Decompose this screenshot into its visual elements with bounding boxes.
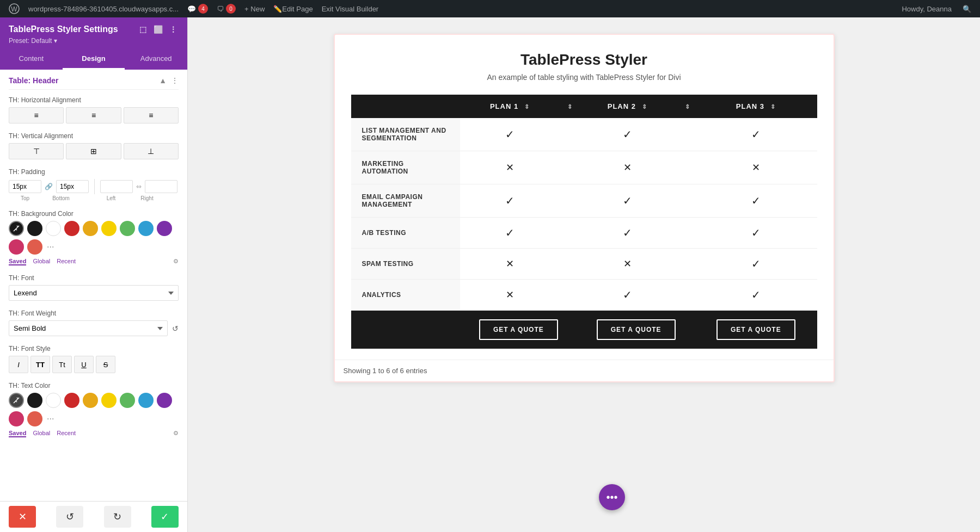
color-swatch-yellow[interactable] [101,221,117,236]
wp-site-url[interactable]: wordpress-784896-3610405.cloudwaysapps.c… [24,0,183,17]
align-left-btn[interactable]: ≡ [9,107,64,123]
sort-icon-plan2[interactable]: ⇕ [642,103,647,110]
th-plan3: PLAN 3 ⇕ [695,95,817,118]
feature-cell: LIST MANAGEMENT AND SEGMENTATION [351,118,460,151]
color-more-btn[interactable]: ··· [47,242,54,252]
section-more-icon[interactable]: ⋮ [171,76,179,85]
plan-cell-4: ✓ [695,218,817,249]
close-button[interactable]: ✕ [9,506,36,528]
wp-edit-page[interactable]: ✏️ Edit Page [269,0,317,17]
color-swatch-salmon[interactable] [27,239,42,255]
text-color-swatch-purple[interactable] [157,393,172,408]
panel-preset[interactable]: Preset: Default ▾ [9,37,179,45]
wp-logo[interactable]: W [4,0,24,17]
text-color-swatch-white[interactable] [46,393,61,408]
valign-bottom-btn[interactable]: ⊥ [124,143,179,159]
cross-icon: ✕ [623,162,632,173]
footer-empty [351,311,460,349]
plan-cell-0: ✕ [460,151,560,184]
wp-bubbles[interactable]: 🗨 0 [212,0,240,17]
footer-plan3-btn-cell: GET A QUOTE [695,311,817,349]
font-weight-reset-btn[interactable]: ↺ [172,324,179,333]
font-style-italic[interactable]: I [9,356,28,373]
color-swatch-white[interactable] [46,221,61,236]
font-style-strikethrough[interactable]: S [96,356,115,373]
wp-user[interactable]: Howdy, Deanna [897,0,956,17]
section-header-icons: ▲ ⋮ [159,76,179,85]
table-card: TablePress Styler An example of table st… [334,34,835,382]
th-horizontal-alignment-buttons: ≡ ≡ ≡ [9,107,179,123]
color-swatch-pink[interactable] [9,239,24,255]
padding-link-icon[interactable]: 🔗 [45,183,53,190]
wp-comments[interactable]: 💬 4 [183,0,212,17]
wp-search-icon[interactable]: 🔍 [958,0,976,17]
valign-top-btn[interactable]: ⊤ [9,143,64,159]
align-right-btn[interactable]: ≡ [124,107,179,123]
text-color-swatch-red[interactable] [64,393,79,408]
font-style-capitalize[interactable]: Tt [52,356,72,373]
font-style-underline[interactable]: U [74,356,94,373]
wp-new[interactable]: + New [240,0,269,17]
quote-btn-plan3[interactable]: GET A QUOTE [716,319,795,340]
wp-exit-vb[interactable]: Exit Visual Builder [317,0,383,17]
valign-middle-btn[interactable]: ⊞ [66,143,121,159]
save-button[interactable]: ✓ [151,506,179,528]
color-swatch-orange[interactable] [83,221,98,236]
padding-top-input[interactable] [9,180,41,193]
panel-icon-more[interactable]: ⋮ [168,24,179,35]
color-preset-settings-icon[interactable]: ⚙ [173,258,179,265]
table-footer-row: GET A QUOTE GET A QUOTE GET A QUOTE [351,311,817,349]
text-color-more-btn[interactable]: ··· [47,414,54,424]
color-swatch-black[interactable] [27,221,42,236]
color-preset-saved[interactable]: Saved [9,258,26,265]
text-color-swatch-black[interactable] [27,393,42,408]
th-text-color-label: TH: Text Color [9,382,179,389]
padding-link-icon2[interactable]: ⇔ [136,183,142,190]
text-color-preset-saved[interactable]: Saved [9,430,26,437]
undo-button[interactable]: ↺ [56,506,83,528]
th-font-select[interactable]: Lexend [9,285,179,301]
sort-icon-col2[interactable]: ⇕ [567,103,573,110]
text-color-swatch-orange[interactable] [83,393,98,408]
text-color-preset-settings-icon[interactable]: ⚙ [173,430,179,437]
eyedropper-btn[interactable] [9,221,24,236]
sort-icon-col4[interactable]: ⇕ [685,103,690,110]
tab-advanced[interactable]: Advanced [125,49,187,70]
padding-right-label: Right [131,195,163,201]
align-center-btn[interactable]: ≡ [66,107,121,123]
color-swatch-red[interactable] [64,221,79,236]
quote-btn-plan1[interactable]: GET A QUOTE [479,319,558,340]
text-eyedropper-btn[interactable] [9,393,24,408]
color-preset-recent[interactable]: Recent [57,258,76,265]
padding-right-input[interactable] [145,180,177,193]
text-color-preset-global[interactable]: Global [33,430,50,437]
color-swatch-green[interactable] [120,221,135,236]
text-color-swatch-yellow[interactable] [101,393,117,408]
plan-cell-0: ✕ [460,280,560,311]
font-style-uppercase[interactable]: TT [30,356,50,373]
quote-btn-plan2[interactable]: GET A QUOTE [597,319,676,340]
th-font-style-row: TH: Font Style I TT Tt U S [9,345,179,373]
panel-icon-copy[interactable]: ⬚ [137,24,148,35]
text-color-preset-recent[interactable]: Recent [57,430,76,437]
color-swatch-purple[interactable] [157,221,172,236]
color-swatch-blue[interactable] [138,221,154,236]
sort-icon-plan3[interactable]: ⇕ [770,103,776,110]
text-color-swatch-salmon[interactable] [27,411,42,426]
fab-button[interactable]: ••• [599,484,625,510]
tab-content[interactable]: Content [0,49,63,70]
padding-left-input[interactable] [100,180,133,193]
section-header: Table: Header ▲ ⋮ [9,76,179,90]
th-font-weight-select[interactable]: Semi Bold [9,320,168,336]
panel-icon-fullscreen[interactable]: ⬜ [152,24,163,35]
tab-design[interactable]: Design [63,49,125,70]
plan-cell-4: ✓ [695,118,817,151]
section-collapse-icon[interactable]: ▲ [159,76,167,85]
redo-button[interactable]: ↻ [104,506,131,528]
text-color-swatch-blue[interactable] [138,393,154,408]
text-color-swatch-green[interactable] [120,393,135,408]
text-color-swatch-pink[interactable] [9,411,24,426]
padding-bottom-input[interactable] [56,180,89,193]
color-preset-global[interactable]: Global [33,258,50,265]
sort-icon-plan1[interactable]: ⇕ [524,103,530,110]
